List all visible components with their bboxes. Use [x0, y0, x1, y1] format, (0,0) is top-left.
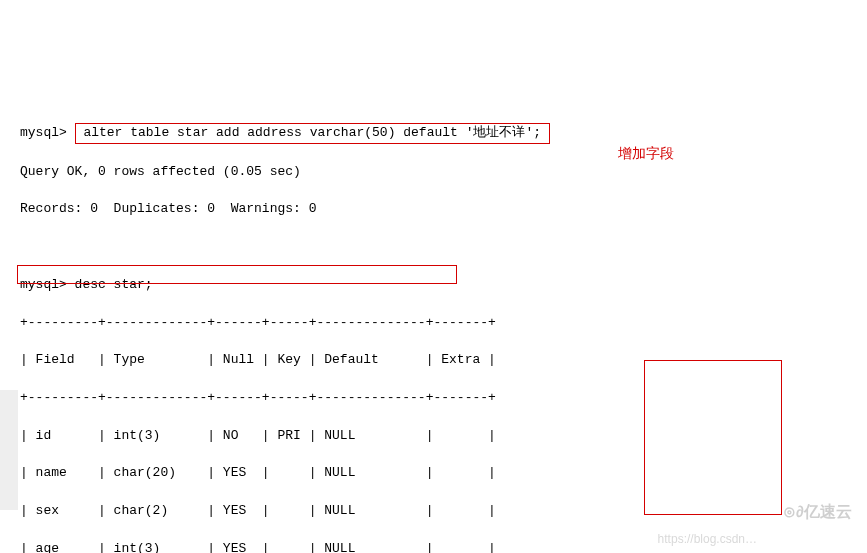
alter-command: alter table star add address varchar(50)… — [76, 125, 549, 140]
mysql-prompt: mysql> — [20, 125, 75, 140]
annotation-add-field: 增加字段 — [618, 143, 674, 163]
address-row-highlight — [17, 265, 457, 284]
alter-line: mysql> alter table star add address varc… — [20, 123, 847, 144]
query-ok-line: Query OK, 0 rows affected (0.05 sec) — [20, 163, 847, 182]
gray-margin — [0, 390, 18, 510]
records-line: Records: 0 Duplicates: 0 Warnings: 0 — [20, 200, 847, 219]
watermark-logo: ⊙∂亿速云 — [783, 500, 852, 523]
desc-border-top: +---------+-------------+------+-----+--… — [20, 314, 847, 333]
watermark-url: https://blog.csdn… — [658, 531, 757, 548]
blank-line — [20, 238, 847, 257]
alter-command-boxed: alter table star add address varchar(50)… — [75, 123, 550, 144]
address-column-highlight — [644, 360, 782, 515]
